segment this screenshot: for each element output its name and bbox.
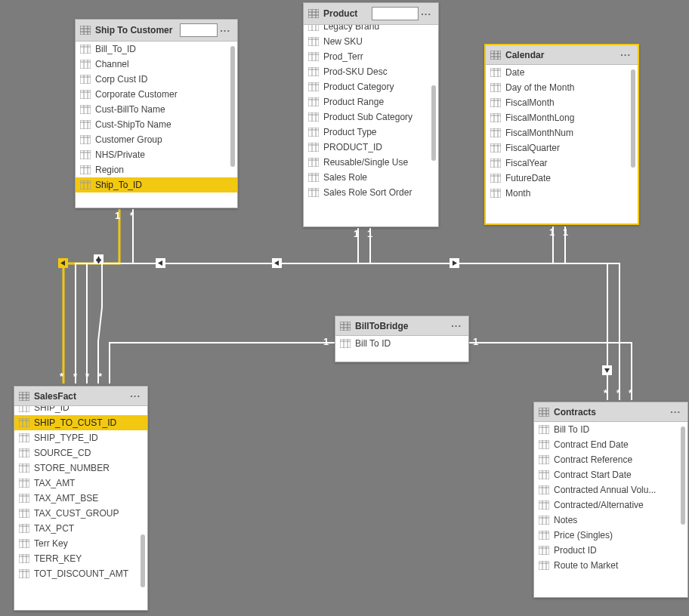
table-product[interactable]: Product ··· Legacy BrandNew SKUProd_Terr…: [303, 2, 439, 227]
field-row[interactable]: TAX_AMT_BSE: [14, 491, 147, 506]
field-row[interactable]: Contracted Annual Volu...: [534, 482, 687, 497]
field-row[interactable]: FiscalMonth: [486, 95, 638, 110]
field-row[interactable]: TOT_DISCOUNT_AMT: [14, 566, 147, 581]
field-row[interactable]: Route to Market: [534, 558, 687, 573]
column-icon: [19, 494, 29, 503]
field-row[interactable]: Price (Singles): [534, 528, 687, 543]
field-label: Corporate Customer: [95, 89, 178, 100]
field-row[interactable]: FiscalMonthLong: [486, 110, 638, 125]
table-more-menu[interactable]: ···: [218, 25, 233, 36]
field-row[interactable]: Day of the Month: [486, 80, 638, 95]
field-row[interactable]: Product ID: [534, 543, 687, 558]
table-more-menu[interactable]: ···: [668, 406, 683, 417]
field-row[interactable]: NHS/Private: [76, 147, 237, 162]
table-header[interactable]: Calendar ···: [486, 45, 638, 65]
field-row[interactable]: Contracted/Alternative: [534, 497, 687, 513]
field-label: Month: [505, 188, 530, 199]
table-title: Ship To Customer: [95, 25, 178, 35]
field-row[interactable]: TERR_KEY: [14, 551, 147, 566]
table-contracts[interactable]: Contracts ··· Bill To IDContract End Dat…: [533, 402, 688, 598]
column-icon: [539, 455, 549, 464]
table-salesfact[interactable]: SalesFact ··· SHIP_IDSHIP_TO_CUST_IDSHIP…: [14, 386, 148, 611]
field-row[interactable]: Terr Key: [14, 536, 147, 551]
column-icon: [80, 135, 91, 144]
scrollbar[interactable]: [141, 534, 145, 587]
column-icon: [308, 37, 319, 46]
field-row[interactable]: Prod_Terr: [304, 49, 438, 64]
field-row[interactable]: SHIP_TYPE_ID: [14, 430, 147, 445]
field-row[interactable]: Month: [486, 186, 638, 201]
field-row[interactable]: SHIP_TO_CUST_ID: [14, 415, 147, 430]
title-edit-box[interactable]: [180, 23, 218, 37]
field-row[interactable]: Bill_To_ID: [76, 42, 237, 57]
field-row[interactable]: New SKU: [304, 34, 438, 49]
svg-marker-3: [158, 260, 162, 266]
field-row[interactable]: STORE_NUMBER: [14, 460, 147, 476]
table-more-menu[interactable]: ···: [449, 320, 464, 331]
table-billtobridge[interactable]: BillToBridge ··· Bill To ID: [335, 316, 469, 362]
field-row[interactable]: TAX_AMT: [14, 476, 147, 491]
field-row[interactable]: SOURCE_CD: [14, 445, 147, 460]
field-row[interactable]: Ship_To_ID: [76, 177, 237, 192]
field-label: Notes: [554, 515, 577, 525]
table-header[interactable]: Contracts ···: [534, 402, 687, 422]
field-row[interactable]: Date: [486, 65, 638, 80]
field-row[interactable]: Contract Reference: [534, 452, 687, 467]
field-row[interactable]: FiscalMonthNum: [486, 125, 638, 140]
field-row[interactable]: FutureDate: [486, 171, 638, 186]
field-row[interactable]: Contract Start Date: [534, 467, 687, 482]
field-row[interactable]: Product Sub Category: [304, 109, 438, 125]
column-icon: [308, 82, 319, 91]
field-row[interactable]: TAX_CUST_GROUP: [14, 506, 147, 521]
field-row[interactable]: Reusable/Single Use: [304, 155, 438, 170]
field-row[interactable]: Contract End Date: [534, 437, 687, 452]
table-calendar[interactable]: Calendar ··· DateDay of the MonthFiscalM…: [484, 44, 639, 225]
rel-arrow-icon: [58, 258, 68, 268]
field-row[interactable]: SHIP_ID: [14, 406, 147, 415]
field-row[interactable]: PRODUCT_ID: [304, 140, 438, 155]
svg-rect-57: [308, 25, 319, 31]
field-row[interactable]: TAX_PCT: [14, 521, 147, 536]
field-row[interactable]: FiscalQuarter: [486, 140, 638, 156]
column-icon: [539, 516, 549, 525]
field-row[interactable]: Product Type: [304, 125, 438, 140]
field-row[interactable]: FiscalYear: [486, 156, 638, 171]
field-row[interactable]: Sales Role Sort Order: [304, 185, 438, 200]
field-row[interactable]: Product Category: [304, 79, 438, 94]
table-more-menu[interactable]: ···: [419, 8, 434, 20]
field-row[interactable]: Prod-SKU Desc: [304, 64, 438, 79]
field-row[interactable]: Sales Role: [304, 170, 438, 185]
column-icon: [80, 165, 91, 174]
table-header[interactable]: SalesFact ···: [14, 387, 147, 406]
table-header[interactable]: Ship To Customer ···: [76, 20, 237, 42]
field-row[interactable]: Channel: [76, 57, 237, 72]
svg-rect-168: [19, 433, 29, 442]
column-icon: [539, 561, 549, 570]
field-row[interactable]: Region: [76, 162, 237, 177]
field-row[interactable]: Corp Cust ID: [76, 72, 237, 87]
table-more-menu[interactable]: ···: [128, 390, 143, 402]
table-header[interactable]: BillToBridge ···: [335, 316, 468, 336]
scrollbar[interactable]: [681, 427, 685, 525]
column-icon: [539, 500, 549, 510]
field-row[interactable]: Bill To ID: [534, 422, 687, 437]
table-header[interactable]: Product ···: [304, 3, 438, 25]
field-list: Bill To ID: [335, 336, 468, 351]
svg-rect-208: [539, 408, 549, 417]
scrollbar[interactable]: [230, 46, 235, 167]
field-row[interactable]: Bill To ID: [335, 336, 468, 351]
field-row[interactable]: Cust-ShipTo Name: [76, 117, 237, 132]
field-row[interactable]: Legacy Brand: [304, 25, 438, 34]
scrollbar[interactable]: [631, 69, 635, 168]
field-row[interactable]: Cust-BillTo Name: [76, 102, 237, 117]
field-row[interactable]: Product Range: [304, 94, 438, 109]
field-row[interactable]: Corporate Customer: [76, 87, 237, 102]
table-ship-to-customer[interactable]: Ship To Customer ··· Bill_To_IDChannelCo…: [75, 19, 238, 208]
table-more-menu[interactable]: ···: [618, 49, 633, 60]
column-icon: [19, 479, 29, 488]
title-edit-box[interactable]: [372, 7, 419, 20]
field-label: Bill_To_ID: [95, 44, 136, 54]
field-row[interactable]: Notes: [534, 513, 687, 528]
scrollbar[interactable]: [431, 85, 436, 161]
field-row[interactable]: Customer Group: [76, 132, 237, 147]
